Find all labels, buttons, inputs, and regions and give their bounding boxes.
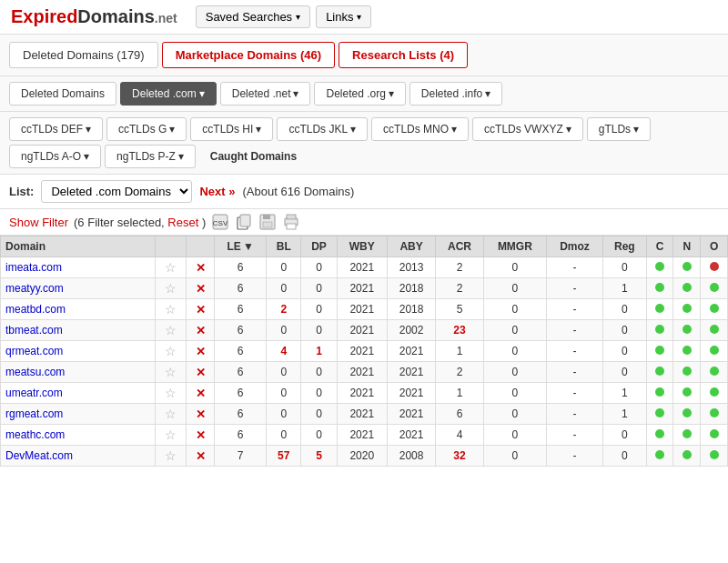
domain-name[interactable]: meatbd.com — [1, 299, 156, 320]
col-bl[interactable]: BL — [267, 236, 301, 257]
fav-cell: ☆ — [156, 383, 187, 404]
col-acr[interactable]: ACR — [436, 236, 483, 257]
tab-deleted-domains[interactable]: Deleted Domains (179) — [9, 42, 158, 68]
domain-name[interactable]: tbmeat.com — [1, 320, 156, 341]
star-icon[interactable]: ☆ — [165, 407, 177, 421]
tab-cctlds-g[interactable]: ccTLDs G ▾ — [106, 117, 187, 141]
col-le[interactable]: LE ▼ — [215, 236, 267, 257]
delete-icon[interactable]: ✕ — [196, 282, 206, 296]
deleted-org-caret-icon: ▾ — [389, 87, 394, 100]
col-aby[interactable]: ABY — [387, 236, 435, 257]
col-c[interactable]: C — [646, 236, 673, 257]
domain-name[interactable]: DevMeat.com — [1, 446, 156, 467]
wby-cell: 2021 — [337, 362, 387, 383]
col-mmgr[interactable]: MMGR — [483, 236, 546, 257]
fav-cell: ☆ — [156, 320, 187, 341]
tab-deleted-org[interactable]: Deleted .org ▾ — [314, 82, 405, 106]
wby-cell: 2021 — [337, 425, 387, 446]
tab-deleted-com[interactable]: Deleted .com ▾ — [120, 82, 217, 106]
star-icon[interactable]: ☆ — [165, 365, 177, 379]
n-status-dot — [682, 367, 692, 376]
reg-cell: 0 — [602, 425, 646, 446]
domain-name[interactable]: meathc.com — [1, 425, 156, 446]
domain-name[interactable]: meatyy.com — [1, 278, 156, 299]
tab-research-lists[interactable]: Research Lists (4) — [339, 42, 468, 68]
reg-cell: 1 — [602, 278, 646, 299]
star-icon[interactable]: ☆ — [165, 260, 177, 275]
links-button[interactable]: Links ▾ — [316, 5, 371, 28]
export-csv-icon[interactable]: CSV — [211, 213, 229, 231]
col-dmoz[interactable]: Dmoz — [547, 236, 603, 257]
delete-icon[interactable]: ✕ — [196, 366, 206, 379]
domain-name[interactable]: imeata.com — [1, 257, 156, 278]
le-cell: 6 — [215, 257, 267, 278]
reg-cell: 0 — [602, 446, 646, 467]
tab-deleted-net[interactable]: Deleted .net ▾ — [220, 82, 311, 106]
star-icon[interactable]: ☆ — [165, 344, 177, 358]
logo-net: .net — [155, 11, 177, 25]
list-bar: List: Deleted .com Domains Next » (About… — [0, 175, 728, 209]
mmgr-cell: 0 — [483, 425, 546, 446]
o-cell — [701, 362, 728, 383]
cctlds-vwxyz-caret-icon: ▾ — [566, 123, 571, 136]
star-icon[interactable]: ☆ — [165, 302, 177, 317]
delete-icon[interactable]: ✕ — [196, 407, 206, 421]
tab-cctlds-jkl[interactable]: ccTLDs JKL ▾ — [277, 117, 368, 141]
col-reg[interactable]: Reg — [602, 236, 646, 257]
delete-icon[interactable]: ✕ — [196, 261, 206, 275]
tab-cctlds-vwxyz[interactable]: ccTLDs VWXYZ ▾ — [472, 117, 583, 141]
delete-icon[interactable]: ✕ — [196, 387, 206, 400]
tab-ngtlds-pz[interactable]: ngTLDs P-Z ▾ — [105, 145, 196, 168]
star-icon[interactable]: ☆ — [165, 281, 177, 296]
n-status-dot — [682, 429, 692, 438]
tab-deleted-info[interactable]: Deleted .info ▾ — [410, 82, 502, 106]
tab-marketplace-domains[interactable]: Marketplace Domains (46) — [162, 42, 335, 68]
col-wby[interactable]: WBY — [337, 236, 387, 257]
table-row: tbmeat.com ☆ ✕ 6 0 0 2021 2002 23 0 - 0 — [1, 320, 728, 341]
star-icon[interactable]: ☆ — [165, 386, 177, 400]
delete-icon[interactable]: ✕ — [196, 303, 206, 317]
col-domain[interactable]: Domain — [1, 236, 156, 257]
svg-text:CSV: CSV — [213, 219, 228, 227]
star-icon[interactable]: ☆ — [165, 427, 177, 442]
c-cell — [646, 320, 673, 341]
col-o[interactable]: O — [701, 236, 728, 257]
deleted-info-caret-icon: ▾ — [485, 87, 490, 100]
delete-icon[interactable]: ✕ — [196, 449, 206, 463]
delete-icon[interactable]: ✕ — [196, 345, 206, 358]
o-status-dot — [710, 304, 719, 313]
tab-deleted-domains-sub[interactable]: Deleted Domains — [9, 82, 116, 106]
delete-icon[interactable]: ✕ — [196, 324, 206, 337]
star-icon[interactable]: ☆ — [165, 323, 177, 337]
o-cell — [701, 404, 728, 425]
list-select[interactable]: Deleted .com Domains — [41, 180, 192, 203]
tab-gtlds[interactable]: gTLDs ▾ — [587, 117, 651, 141]
tab-caught-domains[interactable]: Caught Domains — [199, 145, 308, 168]
mmgr-cell: 0 — [483, 383, 546, 404]
delete-icon[interactable]: ✕ — [196, 428, 206, 442]
domain-name[interactable]: meatsu.com — [1, 362, 156, 383]
next-link[interactable]: Next » — [199, 185, 235, 198]
aby-cell: 2021 — [387, 404, 435, 425]
tab-cctlds-mno[interactable]: ccTLDs MNO ▾ — [371, 117, 469, 141]
n-cell — [673, 446, 701, 467]
tab-ngtlds-ao[interactable]: ngTLDs A-O ▾ — [9, 145, 101, 168]
aby-cell: 2018 — [387, 299, 435, 320]
save-icon[interactable] — [258, 213, 277, 231]
col-n[interactable]: N — [673, 236, 701, 257]
reset-filter-button[interactable]: Reset — [167, 216, 198, 229]
domain-name[interactable]: qrmeat.com — [1, 341, 156, 362]
tab-cctlds-hi[interactable]: ccTLDs HI ▾ — [190, 117, 273, 141]
star-icon[interactable]: ☆ — [165, 448, 177, 463]
col-dp[interactable]: DP — [301, 236, 337, 257]
fav-cell: ☆ — [156, 299, 187, 320]
domain-name[interactable]: rgmeat.com — [1, 404, 156, 425]
domain-name[interactable]: umeatr.com — [1, 383, 156, 404]
dmoz-cell: - — [547, 383, 603, 404]
show-filter-button[interactable]: Show Filter — [9, 216, 68, 229]
copy-icon[interactable] — [235, 213, 253, 231]
tab-cctlds-def[interactable]: ccTLDs DEF ▾ — [9, 117, 103, 141]
acr-cell: 4 — [436, 425, 483, 446]
saved-searches-button[interactable]: Saved Searches ▾ — [196, 5, 310, 28]
print-icon[interactable] — [282, 213, 300, 231]
